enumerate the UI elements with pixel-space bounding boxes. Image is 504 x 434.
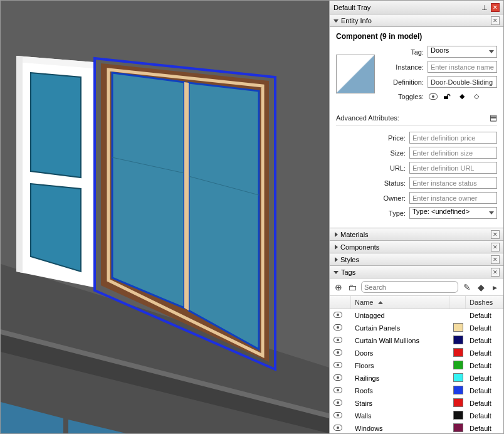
svg-marker-14 (189, 83, 259, 349)
tag-dashes[interactable]: Default (466, 362, 503, 369)
tag-color-swatch[interactable] (453, 323, 463, 332)
tag-row[interactable]: UntaggedDefault (330, 309, 503, 322)
tag-dashes[interactable]: Default (466, 387, 503, 394)
tag-dashes[interactable]: Default (466, 400, 503, 407)
tags-search-input[interactable] (361, 281, 458, 293)
tag-row[interactable]: RoofsDefault (330, 384, 503, 397)
size-input[interactable] (409, 147, 497, 159)
visibility-toggle-icon[interactable] (333, 387, 342, 393)
tags-toolbar: ⊕ 🗀︎ ✎ ◆ ▸ (330, 278, 503, 296)
tag-row[interactable]: WallsDefault (330, 410, 503, 422)
panel-close-styles[interactable]: ✕ (491, 255, 500, 264)
svg-marker-6 (31, 73, 81, 177)
advanced-options-icon[interactable]: ▤ (490, 113, 497, 122)
viewport-3d[interactable] (1, 1, 329, 433)
tag-row[interactable]: DoorsDefault (330, 347, 503, 359)
tag-name: Roofs (351, 387, 449, 394)
shadows-cast-icon[interactable]: ◆ (456, 91, 467, 102)
tag-row[interactable]: StairsDefault (330, 397, 503, 410)
app-root: Default Tray ⟂ ✕ Entity Info ✕ Component… (0, 0, 504, 434)
purge-tags-icon[interactable]: ◆ (476, 282, 486, 292)
component-thumbnail[interactable] (336, 55, 375, 93)
tag-dashes[interactable]: Default (466, 349, 503, 357)
panel-close-tags[interactable]: ✕ (491, 268, 500, 277)
visibility-toggle-icon[interactable] (333, 412, 342, 418)
instance-input[interactable] (428, 61, 497, 73)
lock-toggle-icon[interactable]: 🔓︎ (442, 91, 453, 102)
shadows-receive-icon[interactable]: ◇ (471, 91, 481, 102)
chevron-down-icon (333, 19, 339, 23)
visibility-toggle-icon[interactable] (333, 312, 342, 318)
owner-input[interactable] (409, 192, 497, 204)
scene-svg (1, 1, 329, 433)
panel-close-entity-info[interactable]: ✕ (491, 16, 500, 25)
svg-marker-15 (184, 82, 189, 310)
tag-dashes[interactable]: Default (466, 324, 503, 332)
toggles-row: 🔓︎ ◆ ◇ (428, 91, 497, 102)
visibility-toggle-icon[interactable] (333, 374, 342, 381)
tag-name: Railings (351, 374, 449, 382)
visibility-toggle-icon[interactable] (333, 362, 342, 368)
tag-dashes[interactable]: Default (466, 312, 503, 319)
add-tag-icon[interactable]: ⊕ (333, 282, 344, 292)
owner-label: Owner: (336, 194, 406, 202)
tag-dashes[interactable]: Default (466, 412, 503, 420)
tag-row[interactable]: Curtain PanelsDefault (330, 322, 503, 334)
tray-title-text: Default Tray (333, 4, 370, 11)
panel-header-tags[interactable]: Tags ✕ (330, 266, 503, 278)
column-name[interactable]: Name (351, 296, 449, 309)
panel-header-styles[interactable]: Styles ✕ (330, 253, 503, 266)
visibility-toggle-icon[interactable] (333, 337, 342, 343)
tags-body: ⊕ 🗀︎ ✎ ◆ ▸ Name Dashes UntaggedDefaultCu… (330, 278, 503, 433)
tag-color-swatch[interactable] (453, 373, 463, 382)
tags-menu-icon[interactable]: ▸ (490, 282, 500, 292)
chevron-right-icon (335, 232, 338, 237)
tag-color-swatch[interactable] (453, 411, 463, 420)
price-input[interactable] (409, 132, 497, 144)
tag-row[interactable]: FloorsDefault (330, 359, 503, 372)
visibility-toggle-icon[interactable] (333, 349, 342, 356)
tag-dashes[interactable]: Default (466, 425, 503, 432)
tag-color-swatch[interactable] (453, 336, 463, 344)
tag-color-swatch[interactable] (453, 423, 463, 432)
chevron-right-icon (335, 257, 338, 262)
tag-dashes[interactable]: Default (466, 337, 503, 344)
column-dashes[interactable]: Dashes (466, 296, 503, 309)
visibility-toggle-icon[interactable] (333, 425, 342, 431)
color-by-tag-icon[interactable]: ✎ (462, 282, 472, 292)
status-label: Status: (336, 179, 406, 187)
sort-asc-icon (378, 301, 383, 304)
visibility-toggle-icon[interactable] (428, 91, 438, 102)
component-count-title: Component (9 in model) (336, 32, 497, 41)
tag-row[interactable]: WindowsDefault (330, 422, 503, 433)
panel-header-entity-info[interactable]: Entity Info ✕ (330, 14, 503, 27)
status-input[interactable] (409, 177, 497, 189)
tag-color-swatch[interactable] (453, 398, 463, 407)
add-tag-folder-icon[interactable]: 🗀︎ (347, 282, 357, 292)
type-select[interactable]: Type: <undefined> (409, 207, 497, 219)
pin-icon[interactable]: ⟂ (482, 3, 487, 12)
panel-close-materials[interactable]: ✕ (491, 230, 500, 239)
tag-color-swatch[interactable] (453, 348, 463, 357)
tags-list[interactable]: UntaggedDefaultCurtain PanelsDefaultCurt… (330, 309, 503, 433)
definition-input[interactable] (428, 76, 497, 88)
visibility-toggle-icon[interactable] (333, 400, 342, 406)
tray-titlebar[interactable]: Default Tray ⟂ ✕ (330, 1, 503, 14)
tag-select[interactable]: Doors (428, 46, 497, 58)
svg-marker-9 (16, 56, 23, 273)
visibility-toggle-icon[interactable] (333, 324, 342, 331)
panel-header-materials[interactable]: Materials ✕ (330, 228, 503, 241)
panel-header-components[interactable]: Components ✕ (330, 241, 503, 253)
tag-color-swatch[interactable] (453, 386, 463, 394)
tag-name: Windows (351, 425, 449, 432)
panel-close-components[interactable]: ✕ (491, 243, 500, 251)
tag-dashes[interactable]: Default (466, 374, 503, 382)
entity-info-body: Component (9 in model) Tag: Doors Instan… (330, 27, 503, 228)
tag-row[interactable]: Curtain Wall MullionsDefault (330, 334, 503, 347)
tag-name: Curtain Panels (351, 324, 449, 332)
tag-row[interactable]: RailingsDefault (330, 372, 503, 384)
tray-close-button[interactable]: ✕ (491, 3, 500, 12)
tag-color-swatch[interactable] (453, 361, 463, 369)
url-input[interactable] (409, 162, 497, 174)
toggles-label: Toggles: (385, 93, 424, 100)
